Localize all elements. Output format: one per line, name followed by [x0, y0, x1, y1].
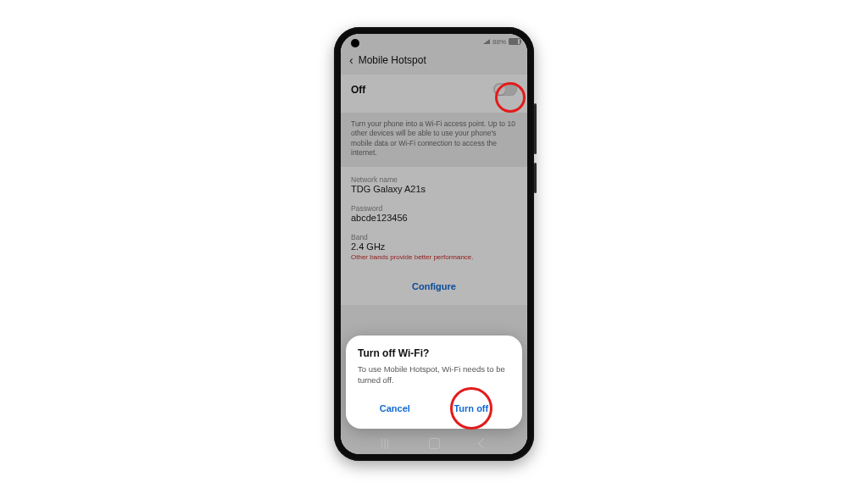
password-value: abcde123456 [351, 213, 517, 225]
cancel-button[interactable]: Cancel [371, 400, 419, 417]
hotspot-details-card: Network name TDG Galaxy A21s Password ab… [341, 167, 527, 269]
status-bar: 88% [341, 34, 527, 49]
turn-off-button[interactable]: Turn off [445, 400, 497, 417]
front-camera [351, 39, 359, 47]
back-button[interactable] [478, 438, 489, 449]
hotspot-state-label: Off [351, 84, 365, 96]
phone-frame: 88% ‹ Mobile Hotspot Off Turn your phone [334, 27, 534, 461]
hotspot-description: Turn your phone into a Wi-Fi access poin… [341, 113, 527, 167]
network-name-label: Network name [351, 167, 517, 184]
hotspot-toggle-row[interactable]: Off [341, 75, 527, 104]
dialog-actions: Cancel Turn off [358, 395, 510, 424]
dialog-title: Turn off Wi-Fi? [358, 347, 510, 359]
band-warning: Other bands provide better performance. [351, 253, 517, 264]
android-nav-bar: ||| [341, 432, 527, 454]
battery-percent: 88% [492, 38, 506, 46]
band-value: 2.4 GHz [351, 241, 517, 253]
configure-button[interactable]: Configure [341, 269, 527, 305]
password-label: Password [351, 196, 517, 213]
network-name-value: TDG Galaxy A21s [351, 184, 517, 196]
stage: 88% ‹ Mobile Hotspot Off Turn your phone [0, 0, 868, 488]
volume-button [534, 103, 537, 154]
recents-button[interactable]: ||| [381, 437, 390, 449]
content-wrap: 88% ‹ Mobile Hotspot Off Turn your phone [341, 34, 527, 454]
phone-screen: 88% ‹ Mobile Hotspot Off Turn your phone [341, 34, 527, 454]
signal-icon [483, 39, 490, 44]
hotspot-toggle[interactable] [493, 83, 517, 96]
title-bar: ‹ Mobile Hotspot [341, 49, 527, 75]
page-title: Mobile Hotspot [359, 54, 426, 66]
power-button [534, 163, 537, 193]
wifi-dialog: Turn off Wi-Fi? To use Mobile Hotspot, W… [346, 336, 522, 429]
band-label: Band [351, 225, 517, 241]
home-button[interactable] [429, 438, 440, 449]
back-icon[interactable]: ‹ [349, 54, 353, 66]
hotspot-toggle-card: Off [341, 75, 527, 113]
battery-icon [509, 38, 520, 45]
dialog-body: To use Mobile Hotspot, Wi-Fi needs to be… [358, 364, 510, 386]
